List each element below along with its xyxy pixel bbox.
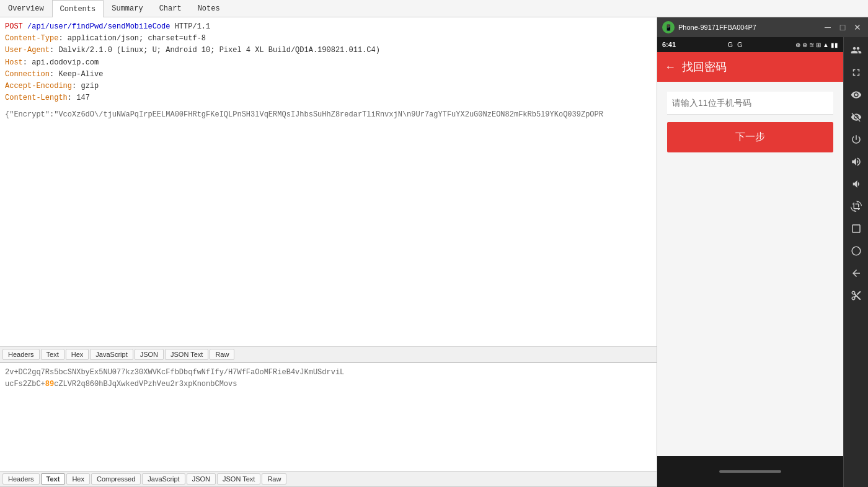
back-arrow-icon[interactable]: ← bbox=[665, 61, 676, 74]
phone-screen-wrap: 6:41 G G ⊕ ⊛ ≋ ⊞ ▲ ▮▮ ← 找回密码 bbox=[657, 37, 868, 487]
app-header-title: 找回密码 bbox=[682, 59, 727, 74]
req-tab-text[interactable]: Text bbox=[41, 349, 64, 360]
power-button[interactable] bbox=[846, 129, 867, 150]
request-method: POST bbox=[5, 22, 27, 31]
req-tab-javascript[interactable]: JavaScript bbox=[90, 349, 133, 360]
circle-button[interactable] bbox=[846, 240, 867, 261]
response-section: 2v+DC2gq7Rs5bcSNXbyEx5NU077kz30XWVKcFfbD… bbox=[0, 363, 657, 487]
phone-window-title: Phone-99171FFBA004P7 bbox=[678, 24, 822, 31]
res-tab-text[interactable]: Text bbox=[41, 473, 66, 485]
req-tab-raw[interactable]: Raw bbox=[210, 349, 234, 360]
status-time: 6:41 bbox=[662, 41, 676, 48]
req-tab-hex[interactable]: Hex bbox=[66, 349, 89, 360]
close-button[interactable]: ✕ bbox=[852, 22, 863, 33]
phone-panel: 📱 Phone-99171FFBA004P7 ─ □ ✕ 6:41 G G ⊕ … bbox=[657, 17, 868, 487]
request-path: /api/user/findPwd/sendMobileCode bbox=[27, 22, 175, 31]
req-tab-json[interactable]: JSON bbox=[135, 349, 164, 360]
res-tab-headers[interactable]: Headers bbox=[2, 473, 40, 485]
tab-chart[interactable]: Chart bbox=[151, 0, 190, 17]
fullscreen-button[interactable] bbox=[846, 62, 867, 83]
users-button[interactable] bbox=[846, 40, 867, 61]
header-user-agent: User-Agent: Dalvik/2.1.0 (Linux; U; Andr… bbox=[5, 45, 652, 56]
highlighted-value: 89 bbox=[45, 380, 54, 388]
res-tab-raw[interactable]: Raw bbox=[262, 473, 286, 485]
res-tab-javascript[interactable]: JavaScript bbox=[142, 473, 185, 485]
status-right-icons: ⊕ ⊛ ≋ ⊞ ▲ ▮▮ bbox=[795, 42, 838, 48]
restore-button[interactable]: □ bbox=[837, 22, 848, 33]
req-tab-headers[interactable]: Headers bbox=[2, 349, 40, 360]
app-spacer bbox=[657, 279, 843, 456]
res-tab-json[interactable]: JSON bbox=[187, 473, 216, 485]
right-toolbar bbox=[843, 37, 868, 487]
window-controls: ─ □ ✕ bbox=[822, 22, 863, 33]
top-tab-bar: Overview Contents Summary Chart Notes bbox=[0, 0, 868, 17]
request-line: POST /api/user/findPwd/sendMobileCode HT… bbox=[5, 21, 652, 33]
res-tab-hex[interactable]: Hex bbox=[66, 473, 90, 485]
volume-down-button[interactable] bbox=[846, 173, 867, 195]
res-tab-json-text[interactable]: JSON Text bbox=[217, 473, 260, 485]
rotate-button[interactable] bbox=[846, 196, 867, 217]
header-content-type: Content-Type: application/json; charset=… bbox=[5, 33, 652, 45]
phone-bottom-nav bbox=[657, 456, 843, 487]
square-button[interactable] bbox=[846, 218, 867, 239]
volume-up-button[interactable] bbox=[846, 151, 867, 172]
left-panel: POST /api/user/findPwd/sendMobileCode HT… bbox=[0, 17, 657, 487]
main-area: POST /api/user/findPwd/sendMobileCode HT… bbox=[0, 17, 868, 487]
tab-contents[interactable]: Contents bbox=[52, 0, 104, 17]
header-host: Host: api.dodovip.com bbox=[5, 57, 652, 69]
header-content-length: Content-Length: 147 bbox=[5, 92, 652, 104]
eye-button[interactable] bbox=[846, 84, 867, 105]
req-tab-json-text[interactable]: JSON Text bbox=[165, 349, 208, 360]
scissors-button[interactable] bbox=[846, 285, 867, 306]
response-line-1: 2v+DC2gq7Rs5bcSNXbyEx5NU077kz30XWVKcFfbD… bbox=[5, 367, 652, 379]
request-section: POST /api/user/findPwd/sendMobileCode HT… bbox=[0, 17, 657, 363]
tab-summary[interactable]: Summary bbox=[104, 0, 151, 17]
request-bottom-tabs: Headers Text Hex JavaScript JSON JSON Te… bbox=[0, 346, 657, 362]
back-button[interactable] bbox=[846, 263, 867, 284]
request-version: HTTP/1.1 bbox=[175, 22, 211, 31]
status-bar: 6:41 G G ⊕ ⊛ ≋ ⊞ ▲ ▮▮ bbox=[657, 37, 843, 52]
eye-off-button[interactable] bbox=[846, 107, 867, 128]
tab-overview[interactable]: Overview bbox=[0, 0, 52, 17]
phone-app-icon: 📱 bbox=[662, 21, 675, 33]
res-tab-compressed[interactable]: Compressed bbox=[91, 473, 141, 485]
app-header: ← 找回密码 bbox=[657, 52, 843, 82]
response-content: 2v+DC2gq7Rs5bcSNXbyEx5NU077kz30XWVKcFfbD… bbox=[0, 363, 657, 471]
minimize-button[interactable]: ─ bbox=[822, 22, 833, 33]
next-button[interactable]: 下一步 bbox=[667, 122, 833, 152]
response-line-2: ucFs2ZbC+89cZLVR2q860hBJqXwkedVPzhVeu2r3… bbox=[5, 379, 652, 390]
header-accept-encoding: Accept-Encoding: gzip bbox=[5, 81, 652, 92]
app-content: 下一步 bbox=[657, 82, 843, 279]
request-content: POST /api/user/findPwd/sendMobileCode HT… bbox=[0, 17, 657, 346]
phone-screen: 6:41 G G ⊕ ⊛ ≋ ⊞ ▲ ▮▮ ← 找回密码 bbox=[657, 37, 843, 487]
header-connection: Connection: Keep-Alive bbox=[5, 69, 652, 81]
phone-titlebar: 📱 Phone-99171FFBA004P7 ─ □ ✕ bbox=[657, 17, 868, 37]
status-left-icons: G G bbox=[727, 41, 743, 48]
home-indicator bbox=[719, 470, 781, 473]
response-bottom-tabs: Headers Text Hex Compressed JavaScript J… bbox=[0, 471, 657, 487]
phone-number-input[interactable] bbox=[667, 92, 833, 115]
request-body: {"Encrypt":"VcoXz6dO\/tjuNWaPqIrpEELMA00… bbox=[5, 109, 652, 121]
tab-notes[interactable]: Notes bbox=[190, 0, 228, 17]
